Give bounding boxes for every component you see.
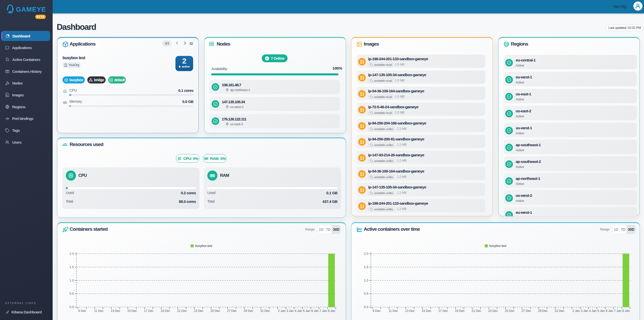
svg-text:11 Dec: 11 Dec [94, 309, 104, 313]
svg-text:0.5: 0.5 [364, 292, 368, 295]
svg-text:17 Dec: 17 Dec [144, 309, 153, 313]
svg-text:4 Jan: 4 Jan [295, 309, 302, 313]
svg-text:27 Dec: 27 Dec [521, 309, 531, 313]
svg-text:0.5: 0.5 [70, 292, 74, 295]
svg-text:31 Dec: 31 Dec [555, 309, 564, 313]
svg-text:2 Jan: 2 Jan [572, 309, 580, 313]
svg-text:3 Jan: 3 Jan [581, 309, 588, 313]
svg-text:15 Dec: 15 Dec [422, 309, 431, 313]
svg-text:25 Dec: 25 Dec [210, 309, 220, 313]
svg-text:2 Jan: 2 Jan [278, 309, 285, 313]
svg-text:31 Dec: 31 Dec [260, 309, 270, 313]
svg-text:19 Dec: 19 Dec [160, 309, 170, 313]
svg-text:6 Jan: 6 Jan [606, 309, 613, 313]
svg-text:13 Dec: 13 Dec [405, 309, 415, 313]
svg-text:23 Dec: 23 Dec [194, 309, 203, 313]
svg-text:8 Jan: 8 Jan [328, 309, 335, 313]
svg-text:9 Dec: 9 Dec [373, 309, 380, 313]
svg-text:1.0: 1.0 [70, 279, 74, 282]
svg-text:11 Dec: 11 Dec [389, 309, 398, 313]
svg-text:23 Dec: 23 Dec [488, 309, 498, 313]
svg-text:21 Dec: 21 Dec [177, 309, 187, 313]
svg-text:0.0: 0.0 [70, 305, 74, 309]
svg-text:3 Jan: 3 Jan [286, 309, 294, 313]
svg-text:21 Dec: 21 Dec [472, 309, 481, 313]
svg-text:6 Jan: 6 Jan [311, 309, 318, 313]
svg-text:1.5: 1.5 [364, 265, 368, 269]
svg-text:27 Dec: 27 Dec [227, 309, 237, 313]
svg-text:7 Jan: 7 Jan [319, 309, 327, 313]
svg-text:17 Dec: 17 Dec [438, 309, 448, 313]
svg-text:19 Dec: 19 Dec [455, 309, 465, 313]
svg-text:4 Jan: 4 Jan [589, 309, 596, 313]
svg-text:5 Jan: 5 Jan [597, 309, 605, 313]
svg-text:2.0: 2.0 [364, 252, 368, 255]
svg-text:2.0: 2.0 [70, 252, 74, 255]
svg-text:25 Dec: 25 Dec [505, 309, 514, 313]
svg-text:1.0: 1.0 [364, 279, 368, 282]
svg-text:15 Dec: 15 Dec [127, 309, 137, 313]
svg-text:8 Jan: 8 Jan [622, 309, 630, 313]
svg-text:29 Dec: 29 Dec [538, 309, 548, 313]
svg-text:13 Dec: 13 Dec [111, 309, 120, 313]
svg-text:7 Jan: 7 Jan [614, 309, 621, 313]
svg-text:0.0: 0.0 [364, 305, 368, 309]
svg-text:29 Dec: 29 Dec [244, 309, 253, 313]
svg-text:1.5: 1.5 [70, 265, 74, 269]
svg-text:5 Jan: 5 Jan [303, 309, 310, 313]
svg-text:9 Dec: 9 Dec [78, 309, 86, 313]
